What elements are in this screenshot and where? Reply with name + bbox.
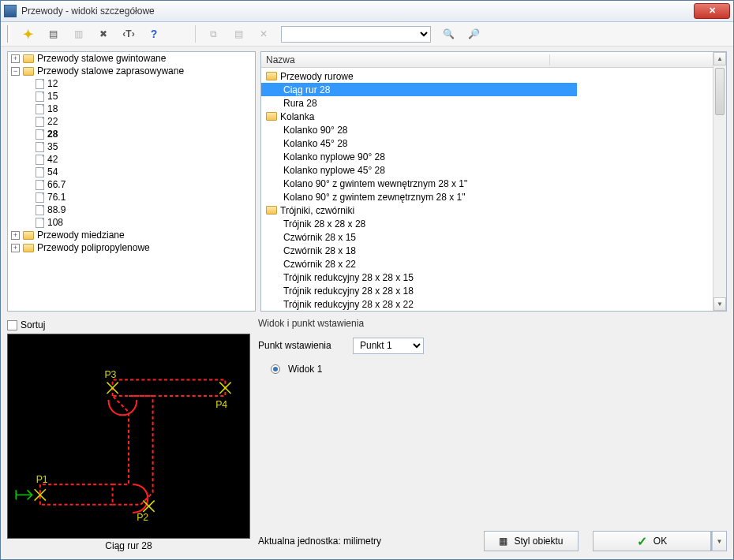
view-label: Widok 1 — [288, 364, 322, 375]
list-item[interactable]: Kolanko nyplowe 45° 28 — [261, 163, 726, 177]
list-item[interactable]: Czwórnik 28 x 18 — [261, 244, 726, 257]
scroll-up-icon[interactable]: ▲ — [713, 52, 726, 65]
ok-split-button[interactable]: ▼ — [711, 531, 727, 551]
titlebar: Przewody - widoki szczegółowe ✕ — [1, 1, 733, 22]
scrollbar[interactable]: ▲ ▼ — [713, 52, 726, 311]
group-label: Widok i punkt wstawienia — [258, 318, 727, 329]
list-item[interactable]: Trójnik redukcyjny 28 x 28 x 18 — [261, 284, 726, 297]
tree-pane: + Przewody stalowe gwintowane − Przewody… — [7, 51, 256, 312]
search-icon[interactable]: 🔍 — [440, 26, 456, 42]
copy-icon: ⧉ — [205, 26, 221, 42]
folder-icon — [23, 54, 34, 63]
list-item[interactable]: Rura 28 — [261, 96, 726, 110]
sort-row: Sortuj — [7, 318, 250, 332]
object-style-button[interactable]: ▦ Styl obiektu — [484, 531, 579, 551]
list-item[interactable]: Kolano 90° z gwintem wewnętrznym 28 x 1" — [261, 177, 726, 190]
list-item[interactable]: Kolano 90° z gwintem zewnętrznym 28 x 1" — [261, 190, 726, 203]
list-item[interactable]: Czwórnik 28 x 22 — [261, 257, 726, 271]
tree-leaf[interactable]: 66.7 — [24, 178, 255, 191]
dialog-window: Przewody - widoki szczegółowe ✕ ✦ ▤ ▥ ✖ … — [0, 0, 734, 560]
preview-column: Sortuj — [7, 318, 250, 551]
close-button[interactable]: ✕ — [694, 3, 730, 19]
list-icon: ▥ — [70, 26, 86, 42]
scroll-thumb[interactable] — [715, 68, 725, 115]
page-icon — [36, 205, 44, 215]
folder-icon — [23, 231, 34, 240]
tree-leaf[interactable]: 42 — [24, 153, 255, 166]
tree-node[interactable]: + Przewody polipropylenowe — [11, 241, 255, 254]
insertion-point-select[interactable]: Punkt 1 — [353, 338, 424, 354]
unit-label: Aktualna jednostka: milimetry — [258, 536, 381, 547]
tools-icon[interactable]: ✖ — [95, 26, 111, 42]
tree-leaf[interactable]: 54 — [24, 166, 255, 178]
properties-icon[interactable]: ▤ — [45, 26, 61, 42]
tree-leaf[interactable]: 35 — [24, 140, 255, 153]
list-group[interactable]: Trójniki, czwórniki — [261, 203, 726, 217]
expand-icon[interactable]: + — [11, 244, 20, 252]
category-tree[interactable]: + Przewody stalowe gwintowane − Przewody… — [8, 52, 255, 254]
list-item[interactable]: Trójnik 28 x 28 x 28 — [261, 217, 726, 230]
chevron-down-icon: ▼ — [712, 532, 726, 551]
list-item[interactable]: Kolanko 45° 28 — [261, 136, 726, 150]
collapse-icon[interactable]: − — [11, 67, 20, 76]
bottom-area: Sortuj — [7, 315, 727, 551]
text-icon[interactable]: ‹T› — [121, 26, 137, 42]
page-icon — [36, 91, 44, 102]
add-icon[interactable]: ✦ — [20, 26, 36, 42]
view-radio[interactable] — [271, 364, 280, 374]
expand-icon[interactable]: + — [11, 54, 20, 63]
column-name[interactable]: Nazwa — [266, 54, 550, 65]
tree-leaf[interactable]: 18 — [24, 103, 255, 115]
style-icon: ▦ — [499, 536, 507, 547]
search-combo[interactable] — [281, 26, 431, 43]
page-icon — [36, 218, 44, 228]
folder-icon — [23, 67, 34, 76]
list-body[interactable]: Przewody rurowe Ciąg rur 28 Rura 28 Kola… — [261, 68, 726, 311]
tree-node[interactable]: + Przewody stalowe gwintowane — [11, 52, 255, 65]
tree-node[interactable]: − Przewody stalowe zaprasowywane — [11, 65, 255, 77]
point-label: P4 — [215, 399, 227, 410]
page-icon — [36, 117, 44, 127]
separator-icon — [195, 25, 196, 43]
list-group[interactable]: Przewody rurowe — [261, 69, 726, 83]
insertion-point-row: Punkt wstawienia Punkt 1 — [258, 335, 727, 356]
toolbar: ✦ ▤ ▥ ✖ ‹T› ? ⧉ ▤ ✕ 🔍 🔎 — [1, 22, 733, 47]
tree-leaf[interactable]: 76.1 — [24, 191, 255, 203]
tree-leaf[interactable]: 88.9 — [24, 203, 255, 216]
tree-leaf[interactable]: 12 — [24, 77, 255, 90]
sort-label: Sortuj — [21, 319, 45, 330]
find-next-icon[interactable]: 🔎 — [466, 26, 481, 42]
scroll-down-icon[interactable]: ▼ — [713, 297, 726, 311]
check-icon: ✓ — [637, 534, 647, 549]
paste-icon: ▤ — [230, 26, 246, 42]
tree-leaf[interactable]: 108 — [24, 216, 255, 229]
folder-icon — [23, 244, 34, 252]
folder-icon — [266, 72, 277, 80]
ok-button[interactable]: ✓ OK — [593, 531, 711, 551]
tree-leaf[interactable]: 22 — [24, 115, 255, 128]
preview-canvas: P1 P2 P3 P4 — [7, 334, 250, 539]
list-item[interactable]: Kolanko 90° 28 — [261, 123, 726, 136]
point-label: P3 — [104, 369, 116, 380]
page-icon — [36, 155, 44, 165]
view-row: Widok 1 — [258, 359, 727, 379]
help-icon[interactable]: ? — [146, 26, 162, 42]
list-item[interactable]: Czwórnik 28 x 15 — [261, 230, 726, 244]
tree-leaf-selected[interactable]: 28 — [24, 128, 255, 140]
list-item[interactable]: Trójnik redukcyjny 28 x 28 x 22 — [261, 297, 726, 311]
properties-panel: Widok i punkt wstawienia Punkt wstawieni… — [258, 318, 727, 551]
folder-icon — [266, 206, 277, 215]
sort-checkbox[interactable] — [7, 320, 17, 330]
toolbar-grip-icon — [7, 25, 10, 43]
list-item[interactable]: Trójnik redukcyjny 28 x 28 x 15 — [261, 271, 726, 284]
expand-icon[interactable]: + — [11, 231, 20, 240]
pipe-preview-icon: P1 P2 P3 P4 — [8, 334, 249, 538]
list-group[interactable]: Kolanka — [261, 110, 726, 123]
tree-node[interactable]: + Przewody miedziane — [11, 229, 255, 241]
tree-leaf[interactable]: 15 — [24, 90, 255, 103]
page-icon — [36, 104, 44, 114]
list-header[interactable]: Nazwa — [261, 52, 726, 68]
point-label: P2 — [137, 512, 148, 523]
list-item[interactable]: Kolanko nyplowe 90° 28 — [261, 150, 726, 163]
insertion-label: Punkt wstawienia — [258, 340, 345, 351]
